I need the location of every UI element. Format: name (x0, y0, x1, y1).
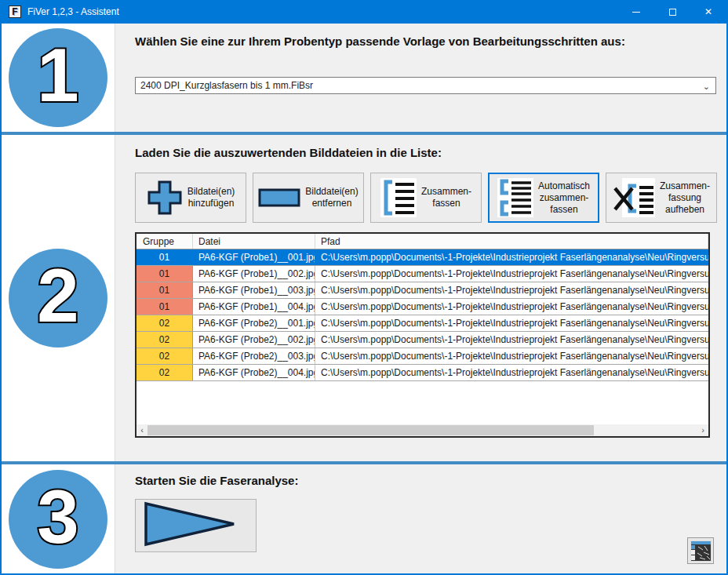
file-cell: PA6-KGF (Probe2)__002.jpg (193, 332, 315, 348)
chevron-down-icon: ⌄ (703, 78, 710, 94)
column-header-datei[interactable]: Datei (193, 234, 315, 249)
step-2-number: 2 (37, 258, 78, 333)
path-cell: C:\Users\m.popp\Documents\-1-Projekte\In… (315, 315, 708, 331)
table-empty-area (136, 381, 708, 424)
scrollbar-thumb[interactable] (147, 425, 594, 435)
path-cell: C:\Users\m.popp\Documents\-1-Projekte\In… (315, 249, 708, 265)
auto-group-label: Automatisch zusammen- fassen (538, 180, 590, 216)
step-1-heading: Wählen Sie eine zur Ihrem Probentyp pass… (135, 35, 625, 48)
path-cell: C:\Users\m.popp\Documents\-1-Projekte\In… (315, 348, 708, 364)
path-cell: C:\Users\m.popp\Documents\-1-Projekte\In… (315, 332, 708, 348)
step-3-circle: 3 (9, 470, 107, 569)
ungroup-label: Zusammen- fassung aufheben (660, 180, 710, 216)
path-cell: C:\Users\m.popp\Documents\-1-Projekte\In… (315, 365, 708, 380)
add-images-button[interactable]: Bildatei(en) hinzufügen (135, 173, 246, 223)
step-3-number: 3 (37, 479, 78, 555)
file-cell: PA6-KGF (Probe1)__004.jpg (193, 299, 315, 315)
step-2-circle: 2 (9, 249, 107, 348)
group-cell: 01 (136, 249, 193, 265)
x-bracket-list-icon (613, 178, 655, 217)
file-cell: PA6-KGF (Probe2)__003.jpg (193, 348, 315, 364)
start-analysis-button[interactable] (135, 499, 257, 552)
template-combobox[interactable]: 2400 DPI_Kurzglasfasern bis 1 mm.FiBsr ⌄ (135, 77, 716, 94)
table-row[interactable]: 02 PA6-KGF (Probe2)__001.jpg C:\Users\m.… (136, 315, 708, 332)
horizontal-scrollbar[interactable]: ‹ › (136, 424, 708, 436)
group-cell: 02 (136, 348, 193, 364)
step-1-column: 1 (2, 24, 115, 132)
table-row[interactable]: 01 PA6-KGF (Probe1)__004.jpg C:\Users\m.… (136, 299, 708, 315)
step-2-section: 2 Laden Sie die auszuwertenden Bilddatei… (2, 135, 726, 461)
scroll-right-icon[interactable]: › (697, 424, 708, 436)
group-cell: 02 (136, 332, 193, 348)
column-header-gruppe[interactable]: Gruppe (136, 234, 193, 249)
play-icon (142, 501, 238, 550)
scroll-left-icon[interactable]: ‹ (136, 424, 147, 436)
toolbar: Bildatei(en) hinzufügen Bilddatei(en) en… (135, 173, 717, 223)
add-images-label: Bildatei(en) hinzufügen (187, 186, 235, 209)
path-cell: C:\Users\m.popp\Documents\-1-Projekte\In… (315, 299, 708, 315)
group-button[interactable]: Zusammen- fassen (370, 173, 482, 223)
remove-images-label: Bilddatei(en) entfernen (305, 186, 358, 209)
file-cell: PA6-KGF (Probe1)__002.jpg (193, 266, 315, 282)
step-1-circle: 1 (9, 28, 107, 127)
bracket-list-icon (380, 178, 417, 217)
maximize-icon (669, 9, 676, 16)
app-window: F FiVer 1,2,3 - Assistent ✕ 1 Wählen Sie… (0, 0, 728, 575)
minimize-button[interactable] (618, 0, 654, 24)
fiber-preview-icon[interactable] (687, 537, 714, 564)
minimize-icon (632, 12, 640, 13)
table-row[interactable]: 01 PA6-KGF (Probe1)__002.jpg C:\Users\m.… (136, 266, 708, 282)
maximize-button[interactable] (654, 0, 690, 24)
group-cell: 02 (136, 365, 193, 380)
group-cell: 01 (136, 299, 193, 315)
app-icon: F (9, 5, 21, 18)
auto-group-button[interactable]: Automatisch zusammen- fassen (488, 173, 599, 223)
table-row[interactable]: 02 PA6-KGF (Probe2)__003.jpg C:\Users\m.… (136, 348, 708, 365)
group-cell: 02 (136, 315, 193, 331)
file-cell: PA6-KGF (Probe2)__001.jpg (193, 315, 315, 331)
group-cell: 01 (136, 282, 193, 298)
table-row[interactable]: 01 PA6-KGF (Probe1)__001.jpg C:\Users\m.… (136, 249, 708, 266)
template-combobox-value: 2400 DPI_Kurzglasfasern bis 1 mm.FiBsr (140, 80, 313, 91)
group-label: Zusammen- fassen (421, 186, 471, 209)
file-cell: PA6-KGF (Probe2)__004.jpg (193, 365, 315, 380)
step-2-heading: Laden Sie die auszuwertenden Bilddateien… (135, 146, 442, 159)
group-cell: 01 (136, 266, 193, 282)
table-row[interactable]: 01 PA6-KGF (Probe1)__003.jpg C:\Users\m.… (136, 282, 708, 299)
file-cell: PA6-KGF (Probe1)__003.jpg (193, 282, 315, 298)
close-button[interactable]: ✕ (690, 0, 726, 24)
remove-images-button[interactable]: Bilddatei(en) entfernen (253, 173, 364, 223)
file-table[interactable]: Gruppe Datei Pfad 01 PA6-KGF (Probe1)__0… (135, 232, 710, 438)
path-cell: C:\Users\m.popp\Documents\-1-Projekte\In… (315, 266, 708, 282)
table-row[interactable]: 02 PA6-KGF (Probe2)__002.jpg C:\Users\m.… (136, 332, 708, 348)
step-1-section: 1 Wählen Sie eine zur Ihrem Probentyp pa… (2, 24, 726, 132)
ungroup-button[interactable]: Zusammen- fassung aufheben (606, 173, 717, 223)
plus-icon (147, 180, 183, 216)
window-title: FiVer 1,2,3 - Assistent (27, 6, 618, 17)
column-header-pfad[interactable]: Pfad (315, 234, 708, 249)
step-3-heading: Starten Sie die Faseranalyse: (135, 474, 298, 487)
file-cell: PA6-KGF (Probe1)__001.jpg (193, 249, 315, 265)
step-2-column: 2 (2, 135, 115, 461)
path-cell: C:\Users\m.popp\Documents\-1-Projekte\In… (315, 282, 708, 298)
step-1-number: 1 (37, 38, 78, 113)
rectangle-icon (258, 188, 300, 207)
table-row[interactable]: 02 PA6-KGF (Probe2)__004.jpg C:\Users\m.… (136, 365, 708, 381)
close-icon: ✕ (704, 6, 712, 17)
titlebar: F FiVer 1,2,3 - Assistent ✕ (2, 0, 726, 24)
double-bracket-list-icon (497, 178, 533, 217)
step-3-section: 3 Starten Sie die Faseranalyse: (2, 464, 726, 573)
step-3-column: 3 (2, 464, 115, 573)
table-header: Gruppe Datei Pfad (136, 234, 708, 249)
